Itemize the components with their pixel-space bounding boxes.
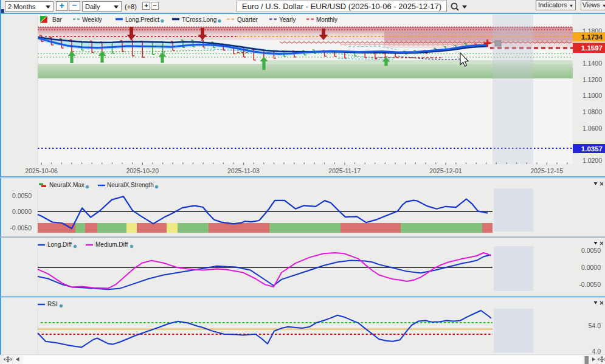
svg-text:2025-12-15: 2025-12-15: [530, 167, 563, 174]
svg-text:Quarter: Quarter: [237, 16, 258, 23]
svg-text:Monthly: Monthly: [316, 16, 337, 23]
svg-text:0.0050: 0.0050: [12, 192, 32, 199]
svg-text:NeuralX.Strength: NeuralX.Strength: [107, 182, 154, 188]
svg-text:4.0: 4.0: [592, 348, 601, 355]
svg-text:2025-10-20: 2025-10-20: [126, 167, 159, 174]
svg-text:-0.0050: -0.0050: [10, 224, 32, 232]
svg-text:RSI: RSI: [47, 301, 58, 307]
svg-text:0.0050: 0.0050: [581, 247, 601, 254]
svg-text:Bar: Bar: [52, 16, 62, 23]
svg-text:1.0800: 1.0800: [583, 108, 602, 115]
svg-text:Medium.Diff: Medium.Diff: [95, 241, 128, 248]
svg-text:0.0000: 0.0000: [12, 208, 32, 215]
svg-text:1.1200: 1.1200: [583, 76, 602, 83]
svg-text:Yearly: Yearly: [279, 16, 296, 23]
svg-text:NeuralX.Max: NeuralX.Max: [49, 182, 85, 188]
svg-text:1.0600: 1.0600: [583, 125, 602, 132]
svg-text:0.0000: 0.0000: [581, 264, 601, 271]
svg-text:2025-10-06: 2025-10-06: [25, 167, 58, 174]
svg-text:1.1734: 1.1734: [581, 33, 603, 41]
svg-text:54.0: 54.0: [589, 322, 601, 329]
svg-text:Long.Diff: Long.Diff: [47, 241, 72, 248]
svg-text:Long.Predict: Long.Predict: [125, 16, 159, 23]
svg-text:2025-11-17: 2025-11-17: [328, 167, 361, 174]
svg-text:-0.0050: -0.0050: [579, 281, 601, 288]
svg-text:1.1597: 1.1597: [581, 44, 603, 52]
svg-text:Weekly: Weekly: [82, 16, 102, 23]
svg-text:1.0357: 1.0357: [581, 145, 603, 153]
svg-text:2025-11-03: 2025-11-03: [227, 167, 260, 174]
svg-text:1.1000: 1.1000: [583, 92, 602, 99]
svg-text:TCross.Long: TCross.Long: [182, 16, 216, 23]
svg-text:1.0200: 1.0200: [583, 157, 602, 164]
svg-text:1.1400: 1.1400: [583, 60, 602, 67]
svg-text:2025-12-01: 2025-12-01: [429, 167, 462, 174]
